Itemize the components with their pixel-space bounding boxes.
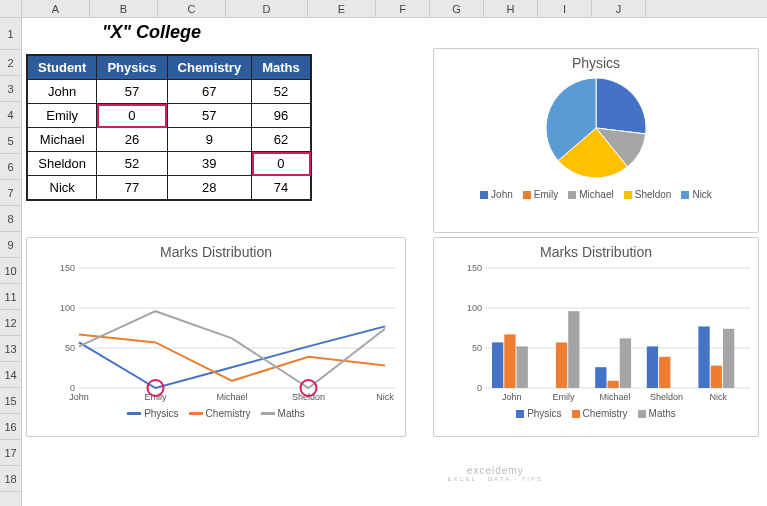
col-d[interactable]: D xyxy=(226,0,308,17)
cell-student[interactable]: Michael xyxy=(27,128,97,152)
col-f[interactable]: F xyxy=(376,0,430,17)
legend-item: Sheldon xyxy=(624,189,672,200)
svg-text:100: 100 xyxy=(60,303,75,313)
line-plot: 150100500JohnEmilyMichaelSheldonNick xyxy=(55,264,395,404)
line-legend: PhysicsChemistryMaths xyxy=(27,402,405,425)
table-header[interactable]: Maths xyxy=(252,55,311,80)
table-row[interactable]: Emily05796 xyxy=(27,104,311,128)
legend-item: Physics xyxy=(127,408,178,419)
row-16[interactable]: 16 xyxy=(0,414,21,440)
svg-text:Nick: Nick xyxy=(709,392,727,402)
row-12[interactable]: 12 xyxy=(0,310,21,336)
col-i[interactable]: I xyxy=(538,0,592,17)
table-row[interactable]: John576752 xyxy=(27,80,311,104)
svg-rect-27 xyxy=(504,334,515,388)
svg-rect-23 xyxy=(492,342,503,388)
svg-rect-26 xyxy=(698,326,709,388)
cell-maths[interactable]: 52 xyxy=(252,80,311,104)
cell-physics[interactable]: 57 xyxy=(97,80,167,104)
svg-text:100: 100 xyxy=(467,303,482,313)
row-13[interactable]: 13 xyxy=(0,336,21,362)
svg-text:50: 50 xyxy=(65,343,75,353)
cell-chemistry[interactable]: 57 xyxy=(167,104,252,128)
cell-physics[interactable]: 0 xyxy=(97,104,167,128)
legend-item: Chemistry xyxy=(189,408,251,419)
cell-physics[interactable]: 52 xyxy=(97,152,167,176)
svg-text:50: 50 xyxy=(472,343,482,353)
cell-maths[interactable]: 96 xyxy=(252,104,311,128)
chart-title: Physics xyxy=(434,49,758,73)
svg-rect-24 xyxy=(595,367,606,388)
col-h[interactable]: H xyxy=(484,0,538,17)
row-4[interactable]: 4 xyxy=(0,102,21,128)
row-17[interactable]: 17 xyxy=(0,440,21,466)
svg-rect-30 xyxy=(659,357,670,388)
svg-rect-32 xyxy=(517,346,528,388)
cell-chemistry[interactable]: 28 xyxy=(167,176,252,201)
svg-text:Emily: Emily xyxy=(552,392,574,402)
table-header[interactable]: Student xyxy=(27,55,97,80)
table-header[interactable]: Physics xyxy=(97,55,167,80)
cell-maths[interactable]: 74 xyxy=(252,176,311,201)
row-10[interactable]: 10 xyxy=(0,258,21,284)
svg-text:Nick: Nick xyxy=(376,392,394,402)
svg-rect-28 xyxy=(556,342,567,388)
cell-student[interactable]: Emily xyxy=(27,104,97,128)
pie-plot xyxy=(521,73,671,183)
row-11[interactable]: 11 xyxy=(0,284,21,310)
legend-item: Maths xyxy=(261,408,305,419)
col-e[interactable]: E xyxy=(308,0,376,17)
cell-student[interactable]: John xyxy=(27,80,97,104)
pie-chart[interactable]: Physics JohnEmilyMichaelSheldonNick xyxy=(433,48,759,233)
line-chart[interactable]: Marks Distribution 150100500JohnEmilyMic… xyxy=(26,237,406,437)
row-14[interactable]: 14 xyxy=(0,362,21,388)
cell-chemistry[interactable]: 67 xyxy=(167,80,252,104)
legend-item: Michael xyxy=(568,189,613,200)
row-3[interactable]: 3 xyxy=(0,76,21,102)
row-6[interactable]: 6 xyxy=(0,154,21,180)
col-c[interactable]: C xyxy=(158,0,226,17)
svg-text:John: John xyxy=(69,392,89,402)
table-row[interactable]: Nick772874 xyxy=(27,176,311,201)
legend-item: Maths xyxy=(638,408,676,419)
svg-rect-25 xyxy=(647,346,658,388)
legend-item: Nick xyxy=(681,189,711,200)
chart-title: Marks Distribution xyxy=(27,238,405,262)
row-headers[interactable]: 123456789101112131415161718 xyxy=(0,18,22,506)
row-5[interactable]: 5 xyxy=(0,128,21,154)
col-g[interactable]: G xyxy=(430,0,484,17)
table-header[interactable]: Chemistry xyxy=(167,55,252,80)
row-8[interactable]: 8 xyxy=(0,206,21,232)
bar-chart[interactable]: Marks Distribution 150100500JohnEmilyMic… xyxy=(433,237,759,437)
svg-text:150: 150 xyxy=(467,264,482,273)
svg-rect-35 xyxy=(723,329,734,388)
legend-item: Emily xyxy=(523,189,558,200)
column-headers[interactable]: A B C D E F G H I J xyxy=(0,0,767,18)
cell-maths[interactable]: 62 xyxy=(252,128,311,152)
row-15[interactable]: 15 xyxy=(0,388,21,414)
row-9[interactable]: 9 xyxy=(0,232,21,258)
legend-item: Physics xyxy=(516,408,561,419)
cell-chemistry[interactable]: 39 xyxy=(167,152,252,176)
row-1[interactable]: 1 xyxy=(0,18,21,50)
cell-physics[interactable]: 77 xyxy=(97,176,167,201)
cell-chemistry[interactable]: 9 xyxy=(167,128,252,152)
table-row[interactable]: Sheldon52390 xyxy=(27,152,311,176)
col-j[interactable]: J xyxy=(592,0,646,17)
worksheet-area[interactable]: "X" College StudentPhysicsChemistryMaths… xyxy=(22,18,767,506)
row-2[interactable]: 2 xyxy=(0,50,21,76)
col-b[interactable]: B xyxy=(90,0,158,17)
watermark: exceldemyEXCEL · DATA · TIPS xyxy=(448,465,543,482)
cell-student[interactable]: Sheldon xyxy=(27,152,97,176)
cell-maths[interactable]: 0 xyxy=(252,152,311,176)
row-18[interactable]: 18 xyxy=(0,466,21,492)
data-table[interactable]: StudentPhysicsChemistryMaths John576752E… xyxy=(26,54,312,201)
svg-rect-33 xyxy=(568,311,579,388)
svg-text:Michael: Michael xyxy=(599,392,630,402)
cell-physics[interactable]: 26 xyxy=(97,128,167,152)
table-row[interactable]: Michael26962 xyxy=(27,128,311,152)
cell-student[interactable]: Nick xyxy=(27,176,97,201)
col-a[interactable]: A xyxy=(22,0,90,17)
legend-item: Chemistry xyxy=(572,408,628,419)
row-7[interactable]: 7 xyxy=(0,180,21,206)
